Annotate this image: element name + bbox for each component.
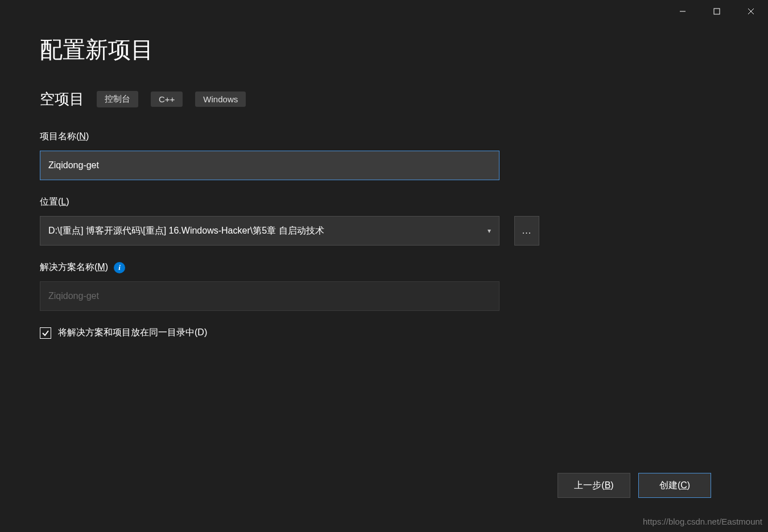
close-button[interactable] <box>734 0 768 23</box>
minimize-button[interactable] <box>666 0 700 23</box>
location-value: D:\[重点] 博客开源代码\[重点] 16.Windows-Hacker\第5… <box>48 225 324 237</box>
solution-name-label: 解决方案名称(M) <box>40 261 108 273</box>
same-directory-label: 将解决方案和项目放在同一目录中(D) <box>58 327 207 339</box>
chevron-down-icon: ▾ <box>488 227 491 235</box>
tag-console: 控制台 <box>97 91 138 107</box>
back-button[interactable]: 上一步(B) <box>558 473 630 498</box>
info-icon[interactable]: i <box>114 262 125 273</box>
watermark: https://blog.csdn.net/Eastmount <box>643 517 762 526</box>
solution-name-input: Ziqidong-get <box>40 281 499 311</box>
project-name-label: 项目名称(N) <box>40 131 728 143</box>
maximize-button[interactable] <box>700 0 734 23</box>
browse-button[interactable]: ... <box>514 216 539 246</box>
tag-cpp: C++ <box>151 92 183 107</box>
project-name-input[interactable] <box>40 151 499 180</box>
page-title: 配置新项目 <box>40 34 728 65</box>
create-button[interactable]: 创建(C) <box>638 473 711 498</box>
location-select[interactable]: D:\[重点] 博客开源代码\[重点] 16.Windows-Hacker\第5… <box>40 216 499 246</box>
titlebar <box>0 0 768 23</box>
tag-windows: Windows <box>195 92 246 107</box>
location-label: 位置(L) <box>40 196 728 208</box>
same-directory-checkbox[interactable] <box>40 327 51 339</box>
project-type-subtitle: 空项目 <box>40 89 84 109</box>
svg-rect-1 <box>714 9 720 14</box>
